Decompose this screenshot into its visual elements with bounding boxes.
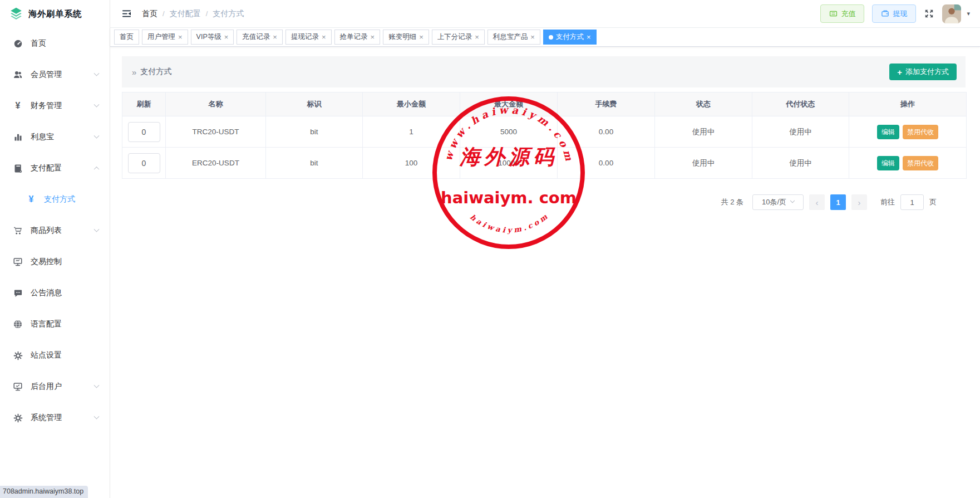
sidebar-collapse-icon[interactable] <box>121 8 132 19</box>
breadcrumb: 首页/支付配置/支付方式 <box>142 9 244 19</box>
cell-pay-status: 使用中 <box>752 116 849 148</box>
tab-close-icon[interactable]: × <box>178 33 183 41</box>
topbar: 首页/支付配置/支付方式 充值 提现 <box>110 0 980 28</box>
disable-collection-button[interactable]: 禁用代收 <box>903 156 938 170</box>
sidebar-item-payment-config[interactable]: 支付配置 <box>0 153 110 184</box>
tab-close-icon[interactable]: × <box>419 33 423 41</box>
monitor-icon <box>12 257 23 267</box>
table-row: TRC20-USDT bit 1 5000 0.00 使用中 使用中 编辑禁用代… <box>122 116 967 148</box>
gear-icon <box>12 413 23 423</box>
sidebar-item-interest[interactable]: 利息宝 <box>0 121 110 153</box>
page-size-select[interactable]: 10条/页 <box>752 194 804 210</box>
app-root: 海外刷单系统 首页会员管理¥财务管理利息宝支付配置¥支付方式商品列表交易控制公告… <box>0 0 980 498</box>
breadcrumb-item-0[interactable]: 首页 <box>142 9 157 19</box>
disable-collection-button[interactable]: 禁用代收 <box>903 125 938 139</box>
sidebar-item-members[interactable]: 会员管理 <box>0 59 110 90</box>
chevron-down-icon <box>94 226 100 232</box>
table-row: ERC20-USDT bit 100 10000 0.00 使用中 使用中 编辑… <box>122 148 967 179</box>
sidebar-item-announcements[interactable]: 公告消息 <box>0 277 110 309</box>
cell-actions: 编辑禁用代收 <box>849 116 967 148</box>
tab-interest-products[interactable]: 利息宝产品× <box>487 30 540 45</box>
tab-close-icon[interactable]: × <box>587 33 591 41</box>
chevron-down-icon <box>94 101 100 107</box>
globe-icon <box>12 319 23 329</box>
goto-page-input[interactable] <box>900 194 924 210</box>
tab-label: 首页 <box>120 32 134 42</box>
cell-min: 100 <box>363 148 460 179</box>
monitor-user-icon <box>12 382 23 392</box>
watermark-arc-bottom: h a i w a i y m . c o m <box>469 212 549 234</box>
tab-updown-records[interactable]: 上下分记录× <box>432 30 485 45</box>
cell-max: 10000 <box>460 148 558 179</box>
sidebar-item-products[interactable]: 商品列表 <box>0 215 110 246</box>
edit-button[interactable]: 编辑 <box>877 156 899 170</box>
page-unit-label: 页 <box>929 197 937 207</box>
sidebar-item-admin-users[interactable]: 后台用户 <box>0 371 110 402</box>
tab-close-icon[interactable]: × <box>224 33 229 41</box>
sidebar-item-home[interactable]: 首页 <box>0 28 110 59</box>
sidebar-item-label: 交易控制 <box>31 257 62 267</box>
page-1-button[interactable]: 1 <box>830 194 846 210</box>
tab-label: 支付方式 <box>556 32 584 42</box>
withdraw-label: 提现 <box>893 10 907 17</box>
withdraw-button[interactable]: 提现 <box>872 4 916 23</box>
column-header-min: 最小金额 <box>363 92 460 116</box>
page-title: » 支付方式 <box>132 67 171 77</box>
sidebar-item-label: 支付方式 <box>44 194 75 204</box>
refresh-input[interactable] <box>128 122 160 142</box>
sidebar-item-label: 公告消息 <box>31 288 62 298</box>
sidebar-item-label: 系统管理 <box>31 413 62 423</box>
double-arrow-icon: » <box>132 67 136 77</box>
tab-withdraw-records[interactable]: 提现记录× <box>285 30 332 45</box>
sidebar-item-finance[interactable]: ¥财务管理 <box>0 90 110 121</box>
edit-button[interactable]: 编辑 <box>877 125 899 139</box>
recharge-label: 充值 <box>841 10 855 17</box>
sidebar-item-label: 支付配置 <box>31 163 62 173</box>
pagination-total: 共 2 条 <box>721 197 743 207</box>
tab-order-grab-records[interactable]: 抢单记录× <box>334 30 381 45</box>
column-header-status: 状态 <box>655 92 752 116</box>
tab-close-icon[interactable]: × <box>273 33 277 41</box>
panel-header: » 支付方式 + 添加支付方式 <box>122 56 966 87</box>
cell-actions: 编辑禁用代收 <box>849 148 967 179</box>
tab-user-management[interactable]: 用户管理× <box>142 30 188 45</box>
cell-refresh <box>122 148 166 179</box>
tab-account-changes[interactable]: 账变明细× <box>383 30 429 45</box>
sidebar-item-label: 商品列表 <box>31 226 62 236</box>
tab-close-icon[interactable]: × <box>530 33 535 41</box>
chevron-down-icon <box>94 413 100 419</box>
sidebar-item-label: 首页 <box>31 38 46 48</box>
tab-label: VIP等级 <box>196 32 221 42</box>
cell-name: ERC20-USDT <box>166 148 266 179</box>
sidebar-item-payment-methods[interactable]: ¥支付方式 <box>0 184 110 215</box>
sidebar-item-language-config[interactable]: 语言配置 <box>0 309 110 340</box>
fullscreen-icon[interactable] <box>924 8 934 19</box>
tab-close-icon[interactable]: × <box>475 33 479 41</box>
tab-home[interactable]: 首页 <box>114 30 139 45</box>
sidebar-item-system[interactable]: 系统管理 <box>0 402 110 433</box>
plus-icon: + <box>897 68 902 76</box>
tab-recharge-records[interactable]: 充值记录× <box>237 30 283 45</box>
breadcrumb-item-1[interactable]: 支付配置 <box>170 9 201 19</box>
cell-code: bit <box>266 148 363 179</box>
breadcrumb-separator: / <box>206 9 208 18</box>
breadcrumb-item-2: 支付方式 <box>213 9 244 19</box>
add-payment-method-button[interactable]: + 添加支付方式 <box>889 64 957 80</box>
avatar[interactable] <box>942 4 961 23</box>
tab-close-icon[interactable]: × <box>322 33 326 41</box>
tab-label: 抢单记录 <box>340 32 368 42</box>
refresh-input[interactable] <box>128 153 160 173</box>
tab-close-icon[interactable]: × <box>371 33 375 41</box>
tab-vip-level[interactable]: VIP等级× <box>191 30 234 45</box>
tab-payment-methods[interactable]: 支付方式× <box>543 30 597 45</box>
cart-icon <box>12 226 23 236</box>
sidebar-item-site-settings[interactable]: 站点设置 <box>0 340 110 371</box>
sidebar-item-trade-control[interactable]: 交易控制 <box>0 246 110 277</box>
prev-page-button[interactable]: ‹ <box>809 194 825 210</box>
sidebar-menu: 首页会员管理¥财务管理利息宝支付配置¥支付方式商品列表交易控制公告消息语言配置站… <box>0 28 110 433</box>
cell-min: 1 <box>363 116 460 148</box>
recharge-button[interactable]: 充值 <box>820 4 864 23</box>
user-menu-caret-icon[interactable]: ▾ <box>967 10 970 17</box>
next-page-button[interactable]: › <box>851 194 867 210</box>
main-area: 首页/支付配置/支付方式 充值 提现 <box>110 0 980 498</box>
